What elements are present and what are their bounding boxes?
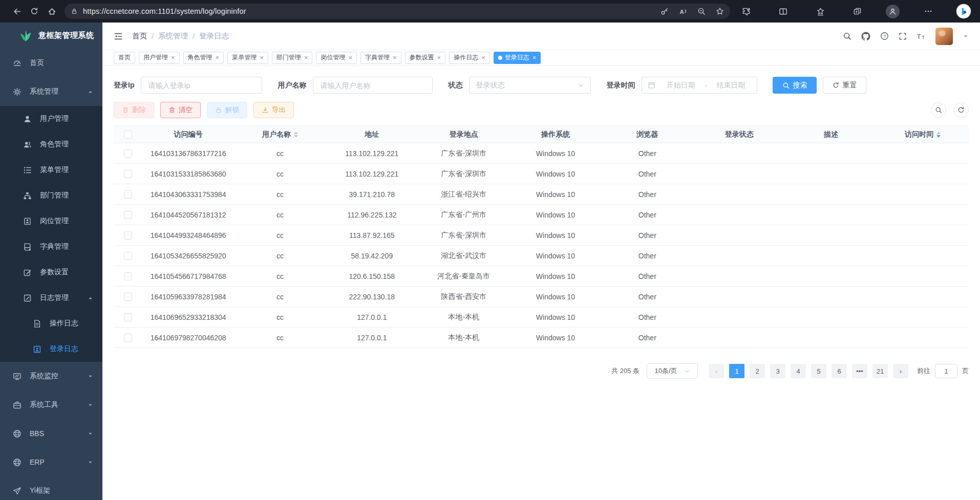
row-checkbox[interactable] xyxy=(124,190,132,199)
delete-button[interactable]: 删除 xyxy=(114,102,154,118)
clear-button[interactable]: 清空 xyxy=(160,102,201,118)
close-icon[interactable]: × xyxy=(437,54,441,61)
tab-view[interactable]: 角色管理× xyxy=(183,52,224,64)
unlock-button[interactable]: 解锁 xyxy=(207,102,247,118)
sidebar-item[interactable]: 系统监控 xyxy=(0,362,102,390)
page-button[interactable]: 6 xyxy=(832,364,847,378)
browser-profile-icon[interactable] xyxy=(886,5,900,18)
sidebar-item[interactable]: Yi框架 xyxy=(0,476,102,500)
breadcrumb-item[interactable]: 登录日志 xyxy=(199,31,229,41)
search-button[interactable]: 搜索 xyxy=(773,77,817,94)
refresh-table-icon[interactable] xyxy=(953,102,969,118)
row-checkbox[interactable] xyxy=(124,149,132,158)
tab-view[interactable]: 参数设置× xyxy=(405,52,446,64)
site-info-icon[interactable] xyxy=(71,8,78,15)
close-icon[interactable]: × xyxy=(481,54,485,61)
row-checkbox[interactable] xyxy=(124,313,132,321)
split-screen-icon[interactable] xyxy=(775,3,792,20)
goto-page-input[interactable] xyxy=(935,364,957,378)
sort-carets-icon[interactable] xyxy=(294,129,298,140)
tab-view[interactable]: 登录日志× xyxy=(494,52,541,64)
sidebar-item[interactable]: 系统管理 xyxy=(0,77,102,106)
zoom-out-icon[interactable] xyxy=(697,7,706,15)
user-name-input[interactable] xyxy=(313,77,433,94)
more-pages-button[interactable]: ••• xyxy=(852,364,867,378)
address-bar[interactable]: https://ccnetcore.com:1101/system/log/lo… xyxy=(65,4,730,19)
column-header[interactable]: 用户名称 xyxy=(234,126,326,143)
row-checkbox[interactable] xyxy=(124,334,132,342)
close-icon[interactable]: × xyxy=(216,54,220,61)
sidebar-item[interactable]: 系统工具 xyxy=(0,390,102,419)
start-date-placeholder[interactable]: 开始日期 xyxy=(660,81,701,90)
close-icon[interactable]: × xyxy=(348,54,352,61)
breadcrumb-item[interactable]: 系统管理 xyxy=(158,31,188,41)
sidebar-item[interactable]: 首页 xyxy=(0,49,102,77)
tab-view[interactable]: 菜单管理× xyxy=(227,52,268,64)
page-size-select[interactable]: 10条/页 xyxy=(647,363,698,379)
row-checkbox[interactable] xyxy=(124,211,132,219)
browser-menu-icon[interactable] xyxy=(920,3,937,20)
close-icon[interactable]: × xyxy=(393,54,397,61)
login-ip-input[interactable] xyxy=(141,77,262,94)
collections-icon[interactable] xyxy=(849,3,866,20)
help-icon[interactable]: ? xyxy=(880,32,889,40)
sidebar-item[interactable]: 日志管理 xyxy=(0,285,102,311)
sidebar-item[interactable]: 操作日志 xyxy=(0,311,102,336)
row-checkbox[interactable] xyxy=(124,293,132,301)
github-icon[interactable] xyxy=(861,32,870,41)
user-avatar[interactable] xyxy=(935,28,953,45)
bing-copilot-icon[interactable] xyxy=(956,4,971,18)
header-search-icon[interactable] xyxy=(843,32,851,40)
sidebar-item[interactable]: 用户管理 xyxy=(0,106,102,132)
export-button[interactable]: 导出 xyxy=(253,102,294,118)
column-header[interactable]: 访问时间 xyxy=(877,126,969,143)
reset-button[interactable]: 重置 xyxy=(823,77,866,94)
close-icon[interactable]: × xyxy=(260,54,264,61)
browser-back-icon[interactable] xyxy=(8,3,26,20)
read-aloud-icon[interactable]: A xyxy=(679,7,687,15)
row-checkbox[interactable] xyxy=(124,170,132,178)
password-key-icon[interactable] xyxy=(661,7,669,15)
page-button[interactable]: 1 xyxy=(729,364,744,378)
status-select[interactable]: 登录状态 xyxy=(469,77,591,94)
sidebar-item[interactable]: ERP xyxy=(0,448,102,476)
tab-view[interactable]: 用户管理× xyxy=(139,52,180,64)
select-all-checkbox[interactable] xyxy=(124,131,132,139)
page-button[interactable]: 5 xyxy=(811,364,826,378)
sidebar-item[interactable]: 菜单管理 xyxy=(0,157,102,183)
sidebar-item[interactable]: 字典管理 xyxy=(0,234,102,259)
browser-refresh-icon[interactable] xyxy=(26,3,43,20)
fullscreen-icon[interactable] xyxy=(899,32,907,40)
sidebar-item[interactable]: 部门管理 xyxy=(0,183,102,208)
favorites-bar-icon[interactable] xyxy=(812,3,829,20)
tab-view[interactable]: 岗位管理× xyxy=(316,52,357,64)
favorite-star-icon[interactable] xyxy=(716,7,724,15)
breadcrumb-item[interactable]: 首页 xyxy=(132,31,147,41)
font-size-icon[interactable]: TT xyxy=(917,32,926,41)
page-button[interactable]: 3 xyxy=(770,364,785,378)
tab-view[interactable]: 首页 xyxy=(114,52,135,64)
sidebar-item[interactable]: 参数设置 xyxy=(0,259,102,285)
close-icon[interactable]: × xyxy=(304,54,308,61)
sidebar-item[interactable]: BBS xyxy=(0,419,102,448)
end-date-placeholder[interactable]: 结束日期 xyxy=(710,81,752,90)
sidebar-item[interactable]: 登录日志 xyxy=(0,336,102,362)
tab-view[interactable]: 部门管理× xyxy=(272,52,313,64)
extensions-icon[interactable] xyxy=(737,3,755,20)
prev-page-button[interactable]: ‹ xyxy=(709,364,724,378)
menu-fold-icon[interactable] xyxy=(114,32,123,41)
sidebar-item[interactable]: 岗位管理 xyxy=(0,208,102,234)
close-icon[interactable]: × xyxy=(532,54,537,61)
row-checkbox[interactable] xyxy=(124,231,132,240)
page-button[interactable]: 21 xyxy=(872,364,888,378)
show-search-icon[interactable] xyxy=(931,102,946,118)
tab-view[interactable]: 字典管理× xyxy=(360,52,401,64)
sort-carets-icon[interactable] xyxy=(936,129,941,140)
page-button[interactable]: 2 xyxy=(750,364,765,378)
next-page-button[interactable]: › xyxy=(893,364,908,378)
avatar-caret-icon[interactable] xyxy=(963,33,969,39)
date-range-picker[interactable]: 开始日期 - 结束日期 xyxy=(642,77,757,94)
browser-home-icon[interactable] xyxy=(43,3,60,20)
row-checkbox[interactable] xyxy=(124,252,132,260)
url-text[interactable]: https://ccnetcore.com:1101/system/log/lo… xyxy=(83,7,661,15)
